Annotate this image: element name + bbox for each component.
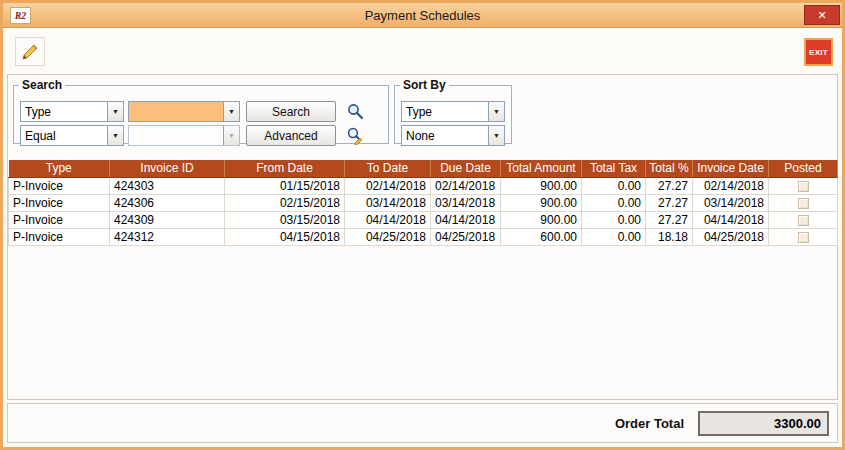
payment-schedules-window: R2 Payment Schedules ✕ EXIT Search Type bbox=[0, 0, 845, 450]
cell-to-date: 02/14/2018 bbox=[345, 177, 431, 194]
search-operator-dropdown[interactable]: Equal bbox=[20, 125, 124, 146]
cell-invoice-id: 424309 bbox=[110, 211, 225, 228]
cell-posted bbox=[769, 228, 838, 245]
sort-secondary-dropdown[interactable]: None bbox=[401, 125, 505, 146]
cell-total-tax: 0.00 bbox=[582, 228, 646, 245]
edit-button[interactable] bbox=[15, 37, 45, 66]
column-header-type[interactable]: Type bbox=[9, 160, 110, 177]
find-button[interactable] bbox=[344, 100, 366, 122]
search-value-input[interactable] bbox=[129, 102, 223, 121]
chevron-down-icon[interactable] bbox=[107, 126, 123, 145]
cell-due-date: 02/14/2018 bbox=[431, 177, 501, 194]
column-header-from-date[interactable]: From Date bbox=[225, 160, 345, 177]
cell-total-pct: 18.18 bbox=[646, 228, 693, 245]
footer-panel: Order Total 3300.00 bbox=[7, 403, 838, 443]
chevron-down-icon[interactable] bbox=[488, 102, 504, 121]
close-button[interactable]: ✕ bbox=[804, 5, 840, 25]
exit-button[interactable]: EXIT bbox=[804, 38, 833, 66]
column-header-total-pct[interactable]: Total % bbox=[646, 160, 693, 177]
cell-type: P-Invoice bbox=[9, 177, 110, 194]
order-total-label: Order Total bbox=[615, 416, 684, 431]
cell-posted bbox=[769, 194, 838, 211]
cell-invoice-date: 02/14/2018 bbox=[693, 177, 769, 194]
cell-from-date: 01/15/2018 bbox=[225, 177, 345, 194]
column-header-invoice-id[interactable]: Invoice ID bbox=[110, 160, 225, 177]
titlebar[interactable]: R2 Payment Schedules ✕ bbox=[3, 3, 842, 28]
sort-secondary-value: None bbox=[402, 126, 488, 145]
cell-posted bbox=[769, 211, 838, 228]
cell-total-amount: 900.00 bbox=[501, 211, 582, 228]
posted-checkbox[interactable] bbox=[798, 198, 809, 209]
invoice-table: Type Invoice ID From Date To Date Due Da… bbox=[8, 160, 838, 246]
chevron-down-icon bbox=[223, 126, 239, 145]
column-header-total-amount[interactable]: Total Amount bbox=[501, 160, 582, 177]
search-field-value: Type bbox=[21, 102, 107, 121]
search-button[interactable]: Search bbox=[246, 101, 336, 122]
cell-from-date: 02/15/2018 bbox=[225, 194, 345, 211]
cell-type: P-Invoice bbox=[9, 211, 110, 228]
cell-total-amount: 900.00 bbox=[501, 194, 582, 211]
advanced-find-button[interactable] bbox=[344, 124, 366, 146]
table-row[interactable]: P-Invoice 424312 04/15/2018 04/25/2018 0… bbox=[9, 228, 838, 245]
cell-total-pct: 27.27 bbox=[646, 194, 693, 211]
search-value-combo[interactable] bbox=[128, 101, 240, 122]
cell-total-tax: 0.00 bbox=[582, 177, 646, 194]
pencil-icon bbox=[19, 41, 41, 63]
cell-posted bbox=[769, 177, 838, 194]
column-header-posted[interactable]: Posted bbox=[769, 160, 838, 177]
table-row[interactable]: P-Invoice 424309 03/15/2018 04/14/2018 0… bbox=[9, 211, 838, 228]
sort-by-legend: Sort By bbox=[400, 78, 449, 92]
chevron-down-icon[interactable] bbox=[223, 102, 239, 121]
cell-to-date: 04/14/2018 bbox=[345, 211, 431, 228]
cell-total-amount: 900.00 bbox=[501, 177, 582, 194]
chevron-down-icon[interactable] bbox=[488, 126, 504, 145]
cell-due-date: 03/14/2018 bbox=[431, 194, 501, 211]
cell-total-pct: 27.27 bbox=[646, 177, 693, 194]
cell-from-date: 04/15/2018 bbox=[225, 228, 345, 245]
cell-invoice-id: 424306 bbox=[110, 194, 225, 211]
sort-by-group: Sort By Type None bbox=[394, 78, 512, 144]
cell-total-amount: 600.00 bbox=[501, 228, 582, 245]
posted-checkbox[interactable] bbox=[798, 232, 809, 243]
column-header-to-date[interactable]: To Date bbox=[345, 160, 431, 177]
search-field-dropdown[interactable]: Type bbox=[20, 101, 124, 122]
sort-primary-value: Type bbox=[402, 102, 488, 121]
advanced-button[interactable]: Advanced bbox=[246, 125, 336, 146]
cell-due-date: 04/25/2018 bbox=[431, 228, 501, 245]
column-header-total-tax[interactable]: Total Tax bbox=[582, 160, 646, 177]
order-total-value: 3300.00 bbox=[698, 411, 829, 436]
cell-invoice-date: 04/14/2018 bbox=[693, 211, 769, 228]
column-header-due-date[interactable]: Due Date bbox=[431, 160, 501, 177]
chevron-down-icon[interactable] bbox=[107, 102, 123, 121]
table-header-row: Type Invoice ID From Date To Date Due Da… bbox=[9, 160, 838, 177]
cell-due-date: 04/14/2018 bbox=[431, 211, 501, 228]
posted-checkbox[interactable] bbox=[798, 215, 809, 226]
cell-total-pct: 27.27 bbox=[646, 211, 693, 228]
cell-to-date: 04/25/2018 bbox=[345, 228, 431, 245]
table-row[interactable]: P-Invoice 424306 02/15/2018 03/14/2018 0… bbox=[9, 194, 838, 211]
search-legend: Search bbox=[19, 78, 65, 92]
cell-invoice-date: 03/14/2018 bbox=[693, 194, 769, 211]
cell-from-date: 03/15/2018 bbox=[225, 211, 345, 228]
cell-to-date: 03/14/2018 bbox=[345, 194, 431, 211]
column-header-invoice-date[interactable]: Invoice Date bbox=[693, 160, 769, 177]
sort-primary-dropdown[interactable]: Type bbox=[401, 101, 505, 122]
search-value2-text bbox=[129, 126, 223, 145]
search-value2-combo bbox=[128, 125, 240, 146]
posted-checkbox[interactable] bbox=[798, 181, 809, 192]
client-area: EXIT Search Type Search Equal bbox=[3, 28, 842, 447]
cell-total-tax: 0.00 bbox=[582, 211, 646, 228]
cell-invoice-id: 424303 bbox=[110, 177, 225, 194]
invoice-table-body: P-Invoice 424303 01/15/2018 02/14/2018 0… bbox=[9, 177, 838, 245]
cell-invoice-id: 424312 bbox=[110, 228, 225, 245]
cell-type: P-Invoice bbox=[9, 228, 110, 245]
search-group: Search Type Search Equal bbox=[13, 78, 389, 144]
window-title: Payment Schedules bbox=[3, 8, 842, 23]
cell-total-tax: 0.00 bbox=[582, 194, 646, 211]
table-row[interactable]: P-Invoice 424303 01/15/2018 02/14/2018 0… bbox=[9, 177, 838, 194]
magnifier-edit-icon bbox=[346, 126, 365, 145]
cell-type: P-Invoice bbox=[9, 194, 110, 211]
cell-invoice-date: 04/25/2018 bbox=[693, 228, 769, 245]
magnifier-icon bbox=[346, 102, 365, 121]
search-operator-value: Equal bbox=[21, 126, 107, 145]
